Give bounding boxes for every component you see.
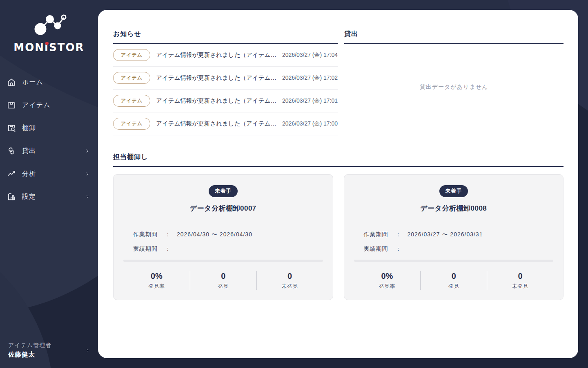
status-badge: 未着手 bbox=[439, 185, 468, 197]
sidebar-item-items[interactable]: アイテム bbox=[0, 94, 98, 117]
stat-not-found: 0 未発見 bbox=[256, 271, 323, 290]
assigned-inventory-section: 担当棚卸し 未着手 データ分析棚卸0007 作業期間 ： 2026/04/30 … bbox=[113, 148, 564, 300]
work-period-label: 作業期間 bbox=[133, 231, 165, 238]
stat-not-found: 0 未発見 bbox=[487, 271, 553, 290]
work-period-row: 作業期間 ： 2026/04/30 〜 2026/04/30 bbox=[133, 231, 313, 238]
work-period-label: 作業期間 bbox=[364, 231, 396, 238]
user-info: アイテム管理者 佐藤健太 bbox=[8, 342, 51, 359]
sidebar-item-label: アイテム bbox=[22, 101, 51, 110]
actual-period-row: 実績期間 ： bbox=[364, 245, 544, 253]
lending-empty-message: 貸出データがありません bbox=[344, 44, 564, 130]
brand-text-pre: MON bbox=[13, 41, 45, 54]
notice-row[interactable]: アイテム アイテム情報が更新されました（アイテム… 2026/03/27 (金)… bbox=[113, 112, 338, 135]
actual-period-row: 実績期間 ： bbox=[133, 245, 313, 253]
lending-icon bbox=[7, 146, 16, 156]
notice-text: アイテム情報が更新されました（アイテム… bbox=[156, 74, 276, 82]
chevron-right-icon bbox=[85, 148, 90, 153]
notice-row[interactable]: アイテム アイテム情報が更新されました（アイテム… 2026/03/27 (金)… bbox=[113, 44, 338, 67]
stat-value: 0 bbox=[487, 272, 553, 281]
sidebar: MONiSTOR ホーム アイテム 棚卸 貸出 bbox=[0, 0, 98, 368]
sidebar-nav: ホーム アイテム 棚卸 貸出 分析 bbox=[0, 71, 98, 208]
sidebar-item-home[interactable]: ホーム bbox=[0, 71, 98, 94]
inventory-icon bbox=[7, 123, 16, 133]
stat-discovery-rate: 0% 発見率 bbox=[354, 271, 421, 290]
brand-text-i: i bbox=[45, 41, 49, 54]
inventory-card[interactable]: 未着手 データ分析棚卸0008 作業期間 ： 2026/03/27 〜 2026… bbox=[344, 174, 564, 300]
sidebar-item-label: 貸出 bbox=[22, 147, 36, 155]
stat-found: 0 発見 bbox=[420, 271, 487, 290]
stat-value: 0 bbox=[421, 272, 487, 281]
notices-section: お知らせ アイテム アイテム情報が更新されました（アイテム… 2026/03/2… bbox=[113, 25, 338, 135]
chevron-right-icon bbox=[85, 194, 90, 199]
sidebar-item-label: 設定 bbox=[22, 193, 36, 201]
lending-section: 貸出 貸出データがありません bbox=[344, 25, 564, 135]
stat-label: 未発見 bbox=[487, 283, 553, 290]
user-menu[interactable]: アイテム管理者 佐藤健太 bbox=[0, 342, 98, 359]
brand-wordmark: MONiSTOR bbox=[0, 41, 98, 54]
period-info: 作業期間 ： 2026/03/27 〜 2026/03/31 実績期間 ： bbox=[364, 231, 544, 253]
chevron-right-icon bbox=[85, 171, 90, 176]
notice-datetime: 2026/03/27 (金) 17:04 bbox=[282, 52, 338, 59]
sidebar-item-inventory[interactable]: 棚卸 bbox=[0, 117, 98, 139]
notice-datetime: 2026/03/27 (金) 17:01 bbox=[282, 97, 338, 105]
notice-row[interactable]: アイテム アイテム情報が更新されました（アイテム… 2026/03/27 (金)… bbox=[113, 67, 338, 90]
settings-icon bbox=[7, 192, 16, 202]
notice-text: アイテム情報が更新されました（アイテム… bbox=[156, 51, 276, 59]
chevron-right-icon bbox=[85, 348, 90, 353]
sidebar-item-lending[interactable]: 貸出 bbox=[0, 139, 98, 162]
period-info: 作業期間 ： 2026/04/30 〜 2026/04/30 実績期間 ： bbox=[133, 231, 313, 253]
sidebar-item-label: ホーム bbox=[22, 78, 43, 87]
sidebar-item-settings[interactable]: 設定 bbox=[0, 185, 98, 208]
notice-text: アイテム情報が更新されました（アイテム… bbox=[156, 97, 276, 105]
colon-separator: ： bbox=[165, 231, 171, 238]
home-icon bbox=[7, 77, 16, 87]
sidebar-item-label: 分析 bbox=[22, 170, 36, 178]
lending-title: 貸出 bbox=[344, 25, 564, 44]
sidebar-item-label: 棚卸 bbox=[22, 124, 36, 132]
main-panel: お知らせ アイテム アイテム情報が更新されました（アイテム… 2026/03/2… bbox=[98, 10, 578, 358]
colon-separator: ： bbox=[396, 231, 402, 238]
stat-label: 発見 bbox=[190, 283, 256, 290]
notice-datetime: 2026/03/27 (金) 17:00 bbox=[282, 120, 338, 128]
sidebar-item-analysis[interactable]: 分析 bbox=[0, 162, 98, 185]
card-stats: 0% 発見率 0 発見 0 未発見 bbox=[354, 271, 554, 290]
stat-value: 0% bbox=[354, 272, 421, 281]
stat-value: 0% bbox=[123, 272, 190, 281]
actual-period-label: 実績期間 bbox=[364, 245, 396, 253]
work-period-row: 作業期間 ： 2026/03/27 〜 2026/03/31 bbox=[364, 231, 544, 238]
notices-title: お知らせ bbox=[113, 25, 338, 44]
status-badge: 未着手 bbox=[209, 185, 238, 197]
card-stats: 0% 発見率 0 発見 0 未発見 bbox=[123, 271, 323, 290]
progress-bar bbox=[354, 260, 554, 262]
user-role: アイテム管理者 bbox=[8, 342, 51, 349]
stat-label: 未発見 bbox=[257, 283, 323, 290]
colon-separator: ： bbox=[165, 245, 171, 253]
notice-category-badge: アイテム bbox=[113, 72, 150, 84]
stat-label: 発見率 bbox=[123, 283, 190, 290]
inventory-card[interactable]: 未着手 データ分析棚卸0007 作業期間 ： 2026/04/30 〜 2026… bbox=[113, 174, 333, 300]
notice-category-badge: アイテム bbox=[113, 118, 150, 130]
user-name: 佐藤健太 bbox=[8, 350, 51, 359]
assigned-inventory-title: 担当棚卸し bbox=[113, 148, 564, 167]
brand-text-post: STOR bbox=[49, 41, 85, 54]
brand-logo-mark bbox=[28, 9, 70, 39]
stat-label: 発見 bbox=[421, 283, 487, 290]
notices-list: アイテム アイテム情報が更新されました（アイテム… 2026/03/27 (金)… bbox=[113, 44, 338, 135]
work-period-value: 2026/03/27 〜 2026/03/31 bbox=[408, 231, 483, 238]
stat-value: 0 bbox=[190, 272, 256, 281]
actual-period-label: 実績期間 bbox=[133, 245, 165, 253]
inventory-card-title: データ分析棚卸0008 bbox=[354, 204, 554, 213]
stat-value: 0 bbox=[257, 272, 323, 281]
notice-category-badge: アイテム bbox=[113, 49, 150, 61]
stat-label: 発見率 bbox=[354, 283, 421, 290]
work-period-value: 2026/04/30 〜 2026/04/30 bbox=[177, 231, 252, 238]
item-icon bbox=[7, 100, 16, 110]
notice-category-badge: アイテム bbox=[113, 95, 150, 107]
notice-row[interactable]: アイテム アイテム情報が更新されました（アイテム… 2026/03/27 (金)… bbox=[113, 90, 338, 112]
progress-bar bbox=[123, 260, 323, 262]
analysis-icon bbox=[7, 169, 16, 179]
inventory-cards: 未着手 データ分析棚卸0007 作業期間 ： 2026/04/30 〜 2026… bbox=[113, 174, 564, 300]
notice-datetime: 2026/03/27 (金) 17:02 bbox=[282, 74, 338, 82]
colon-separator: ： bbox=[396, 245, 402, 253]
stat-found: 0 発見 bbox=[190, 271, 256, 290]
